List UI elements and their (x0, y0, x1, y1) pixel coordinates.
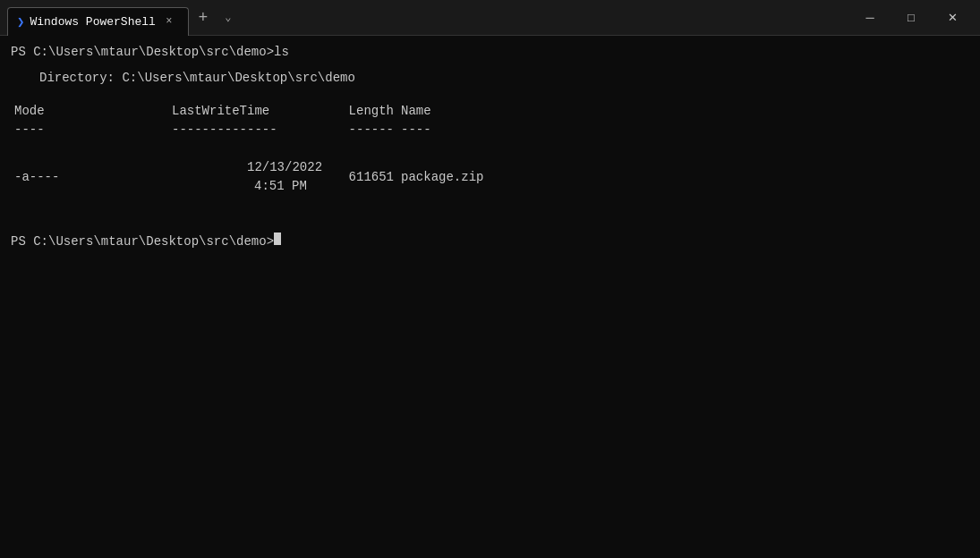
file-listing-table: Mode LastWriteTime Length Name ---- ----… (11, 102, 487, 215)
prompt-1: PS C:\Users\mtaur\Desktop\src\demo> (11, 43, 274, 62)
table-header-row: Mode LastWriteTime Length Name (11, 102, 487, 121)
command-ls: ls (274, 43, 289, 62)
powershell-icon: ❯ (17, 14, 24, 30)
file-name: package.zip (397, 140, 487, 215)
maximize-button[interactable]: □ (891, 0, 932, 36)
sep-name: ---- (397, 121, 487, 140)
table-separator-row: ---- -------------- ------ ---- (11, 121, 487, 140)
col-header-lwt: LastWriteTime (82, 102, 326, 121)
sep-lwt: -------------- (82, 121, 326, 140)
file-mode: -a---- (11, 140, 82, 215)
command-line-2: PS C:\Users\mtaur\Desktop\src\demo> (11, 232, 969, 251)
col-header-name: Name (397, 102, 487, 121)
minimize-button[interactable]: ─ (849, 0, 891, 36)
cursor (274, 232, 281, 245)
table-row: -a---- 12/13/2022 4:51 PM 611651 package… (11, 140, 487, 215)
titlebar: ❯ Windows PowerShell × + ⌄ ─ □ ✕ (0, 0, 980, 36)
directory-header-line: Directory: C:\Users\mtaur\Desktop\src\de… (11, 69, 969, 88)
window-controls: ─ □ ✕ (849, 0, 973, 36)
tab-label: Windows PowerShell (30, 15, 155, 29)
terminal-content[interactable]: PS C:\Users\mtaur\Desktop\src\demo> ls D… (0, 36, 980, 558)
command-line-1: PS C:\Users\mtaur\Desktop\src\demo> ls (11, 43, 969, 62)
file-date: 12/13/2022 4:51 PM (82, 140, 326, 215)
dir-path: C:\Users\mtaur\Desktop\src\demo (122, 71, 354, 85)
powershell-tab[interactable]: ❯ Windows PowerShell × (7, 7, 189, 36)
col-header-mode: Mode (11, 102, 82, 121)
file-size: 611651 (326, 140, 397, 215)
prompt-2: PS C:\Users\mtaur\Desktop\src\demo> (11, 232, 274, 251)
tab-area: ❯ Windows PowerShell × + ⌄ (7, 0, 849, 35)
tab-dropdown-button[interactable]: ⌄ (217, 7, 239, 29)
col-header-len: Length (326, 102, 397, 121)
close-button[interactable]: ✕ (932, 0, 973, 36)
dir-label: Directory: (39, 71, 115, 85)
sep-mode: ---- (11, 121, 82, 140)
new-tab-button[interactable]: + (189, 4, 217, 32)
tab-close-button[interactable]: × (161, 13, 177, 30)
sep-len: ------ (326, 121, 397, 140)
